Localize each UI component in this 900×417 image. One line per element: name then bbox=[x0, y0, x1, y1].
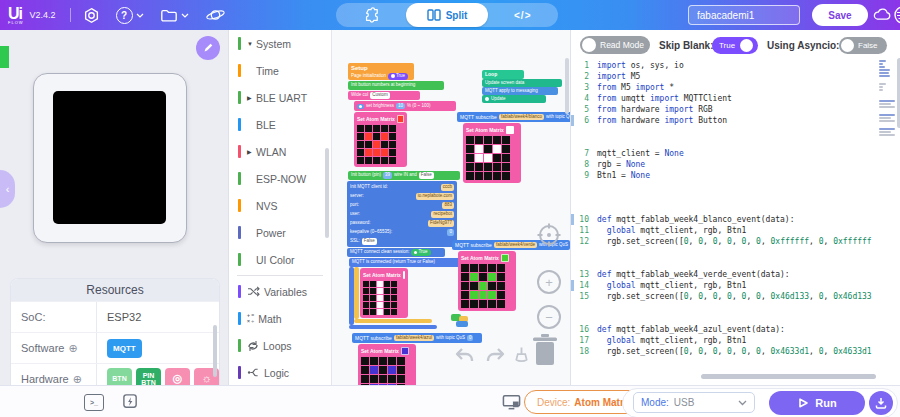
device-screen-button[interactable] bbox=[502, 394, 521, 410]
layers-menu-icon[interactable] bbox=[893, 5, 900, 25]
set-atom-matrix-block-stripe[interactable]: Set Atom Matrix bbox=[360, 268, 408, 318]
if-block-bottom[interactable] bbox=[349, 325, 437, 329]
toolbox-category-system[interactable]: ▼System bbox=[229, 30, 331, 57]
cloud-upload-icon[interactable] bbox=[872, 7, 892, 22]
password-field[interactable]: FideNg977 bbox=[428, 220, 454, 227]
loop-wrap-spine[interactable] bbox=[354, 267, 359, 319]
mode-select[interactable]: Mode: USB bbox=[633, 392, 755, 413]
led-matrix-grid[interactable] bbox=[363, 281, 405, 315]
set-atom-matrix-block-blanco[interactable]: Set Atom Matrix bbox=[463, 123, 521, 183]
color-chip[interactable] bbox=[403, 271, 405, 279]
toolbox-category-wlan[interactable]: ▶WLAN bbox=[229, 138, 331, 165]
clean-blocks-button[interactable] bbox=[514, 346, 529, 364]
color-chip[interactable] bbox=[506, 126, 514, 134]
add-hardware-icon[interactable]: ⊕ bbox=[73, 373, 82, 386]
code-minimap[interactable] bbox=[879, 60, 895, 137]
help-menu[interactable]: ? bbox=[116, 7, 144, 24]
toggle-pill[interactable] bbox=[357, 104, 364, 109]
terminal-button[interactable]: >_ bbox=[84, 394, 104, 411]
toolbox-category-math[interactable]: + =× ÷Math bbox=[229, 305, 331, 332]
toolbox-category-esp-now[interactable]: ESP-NOW bbox=[229, 165, 331, 192]
dropdown-field[interactable]: Custom bbox=[370, 92, 390, 99]
toolbox-category-time[interactable]: Time bbox=[229, 57, 331, 84]
split-view-button[interactable]: Split bbox=[406, 3, 487, 27]
read-mode-toggle[interactable]: Read Mode bbox=[580, 36, 650, 54]
keepalive-field[interactable]: 0 bbox=[447, 229, 454, 236]
loop-wrap-bottom[interactable] bbox=[354, 319, 432, 323]
color-chip[interactable] bbox=[397, 115, 404, 123]
software-badge-mqtt[interactable]: MQTT bbox=[107, 339, 142, 358]
resources-scrollbar[interactable] bbox=[213, 325, 217, 377]
color-chip[interactable] bbox=[401, 347, 409, 355]
toolbox-category-ble[interactable]: BLE bbox=[229, 111, 331, 138]
set-atom-matrix-block-verde[interactable]: Set Atom Matrix bbox=[458, 251, 516, 311]
workspace-scrollbar[interactable] bbox=[565, 58, 569, 114]
toolbox-category-power[interactable]: Power bbox=[229, 219, 331, 246]
topic-field[interactable]: fablab/week4/azul bbox=[394, 335, 434, 342]
loop-block-header[interactable]: Loop bbox=[482, 70, 524, 79]
planet-icon[interactable] bbox=[205, 7, 226, 23]
topic-field[interactable]: fablab/week4/verde bbox=[494, 242, 537, 249]
user-field[interactable]: recipebot bbox=[431, 211, 454, 218]
save-button[interactable]: Save bbox=[812, 4, 868, 26]
pin-field[interactable]: 39 bbox=[383, 172, 392, 179]
toolbox-category-ui-color[interactable]: UI Color bbox=[229, 246, 331, 273]
toolbox-category-loops[interactable]: Loops bbox=[229, 332, 331, 359]
init-buttons-block[interactable]: Init button numbers at beginning bbox=[348, 81, 444, 90]
loop-row-update[interactable]: Update screen data bbox=[482, 79, 562, 87]
code-view-button[interactable]: </> bbox=[488, 3, 558, 27]
loop-row-toggle[interactable]: Update bbox=[482, 95, 546, 103]
toolbox-category-variables[interactable]: Variables bbox=[229, 278, 331, 305]
init-mqtt-block[interactable]: Init MQTT client id:cccb server:io.nepla… bbox=[347, 181, 457, 247]
zoom-out-button[interactable]: − bbox=[537, 305, 561, 329]
device-edit-button[interactable] bbox=[196, 36, 220, 60]
set-atom-matrix-block-red[interactable]: Set Atom Matrix bbox=[354, 112, 407, 167]
wide-col-block[interactable]: Wide col Custom bbox=[348, 91, 420, 100]
set-atom-matrix-block-azul[interactable]: Set Atom Matrix bbox=[358, 344, 416, 385]
project-name-input[interactable] bbox=[688, 5, 800, 25]
blocks-view-button[interactable] bbox=[336, 3, 406, 27]
setup-block[interactable]: Setup Page initialization True bbox=[348, 63, 414, 80]
toolbox-category-logic[interactable]: Logic bbox=[229, 359, 331, 386]
toolbox-scrollbar[interactable] bbox=[325, 148, 329, 238]
mqtt-subscribe-blanco-block[interactable]: MQTT subscribe fablab/week4/blanco with … bbox=[457, 112, 571, 122]
asyncio-toggle[interactable]: False bbox=[839, 37, 887, 54]
if-mqtt-connected-block[interactable]: MQTT is connected (return True or False) bbox=[349, 258, 469, 267]
qos-field[interactable]: 0 bbox=[467, 335, 474, 342]
topic-field[interactable]: fablab/week4/blanco bbox=[499, 114, 544, 121]
value-field[interactable]: 10 bbox=[396, 103, 405, 110]
code-horizontal-scrollbar[interactable] bbox=[701, 374, 876, 379]
run-button[interactable]: Run bbox=[769, 391, 865, 415]
client-id-field[interactable]: cccb bbox=[441, 184, 454, 191]
undo-button[interactable] bbox=[454, 346, 476, 364]
led-matrix-grid[interactable] bbox=[461, 264, 513, 308]
trash-button[interactable] bbox=[532, 333, 558, 367]
project-folder-menu[interactable] bbox=[160, 8, 189, 23]
mini-block[interactable] bbox=[456, 321, 468, 327]
recenter-button[interactable] bbox=[536, 222, 562, 248]
server-field[interactable]: io.neplabote.com bbox=[416, 193, 454, 200]
toolbox-category-ble-uart[interactable]: ▶BLE UART bbox=[229, 84, 331, 111]
port-field[interactable]: 883 bbox=[442, 202, 454, 209]
add-software-icon[interactable]: ⊕ bbox=[68, 342, 77, 355]
init-button-pin-block[interactable]: Init button (pin) 39 wire IN and False bbox=[348, 171, 460, 180]
ssl-field[interactable]: False bbox=[362, 238, 377, 245]
mqtt-subscribe-azul-block[interactable]: MQTT subscribe fablab/week4/azul with to… bbox=[352, 333, 482, 343]
skip-blank-toggle[interactable]: True bbox=[712, 37, 758, 54]
loop-row-mqtt[interactable]: MQTT apply to messaging bbox=[482, 87, 558, 95]
zoom-in-button[interactable]: + bbox=[537, 270, 561, 294]
toggle-pill[interactable]: True bbox=[411, 249, 430, 256]
blockly-workspace[interactable]: Setup Page initialization True Init butt… bbox=[332, 30, 571, 385]
code-editor[interactable]: 1import os, sys, io2import M53from M5 im… bbox=[571, 60, 877, 371]
panel-collapse-handle[interactable]: ‹ bbox=[0, 170, 15, 208]
led-matrix-grid[interactable] bbox=[357, 125, 404, 164]
color-chip[interactable] bbox=[501, 254, 509, 262]
led-matrix-grid[interactable] bbox=[466, 136, 518, 180]
toolbox-category-nvs[interactable]: NVS bbox=[229, 192, 331, 219]
flag-field[interactable]: False bbox=[419, 172, 434, 179]
toggle-pill[interactable]: True bbox=[388, 73, 408, 80]
mqtt-connect-block[interactable]: MQTT connect clean session: True bbox=[347, 248, 445, 257]
led-matrix-grid[interactable] bbox=[361, 357, 413, 385]
redo-button[interactable] bbox=[484, 346, 506, 364]
settings-gear-icon[interactable] bbox=[83, 7, 100, 24]
